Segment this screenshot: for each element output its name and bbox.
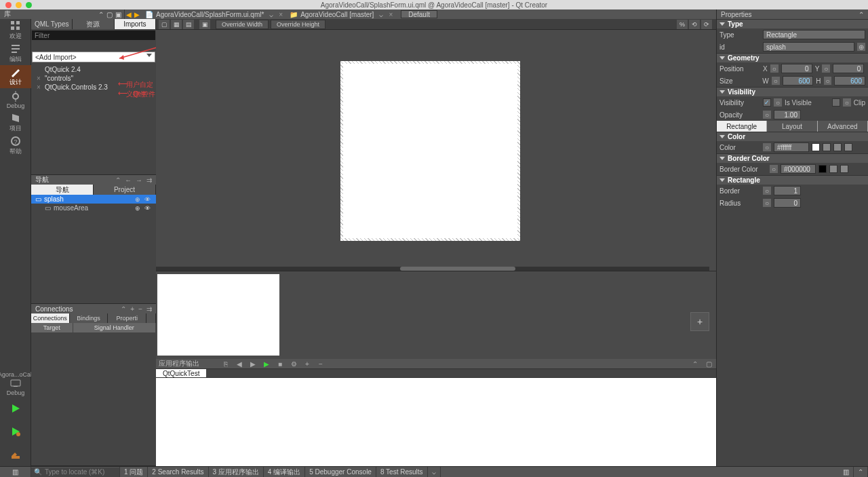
size-w-input[interactable]: 600 bbox=[783, 76, 814, 85]
status-test-results[interactable]: 8 Test Results bbox=[376, 467, 428, 477]
toolbar-select-icon[interactable]: ▢ bbox=[159, 20, 170, 29]
nav-left-icon[interactable]: ← bbox=[125, 176, 132, 184]
toolbar-reset-icon[interactable]: ⟲ bbox=[689, 20, 700, 29]
section-visibility[interactable]: Visibility bbox=[717, 87, 868, 96]
color-mode-icon[interactable] bbox=[844, 143, 852, 151]
color-mode-icon[interactable] bbox=[840, 165, 848, 173]
output-run-icon[interactable]: ▶ bbox=[262, 360, 271, 368]
tab-navigator[interactable]: 导航 bbox=[31, 185, 94, 195]
radius-input[interactable]: 0 bbox=[774, 198, 801, 208]
status-app-output[interactable]: 3 应用程序输出 bbox=[209, 467, 264, 477]
output-stop-icon[interactable]: ■ bbox=[275, 360, 285, 368]
state-base[interactable] bbox=[157, 274, 279, 356]
kit-selector[interactable]: Default bbox=[401, 10, 437, 18]
output-prev-icon[interactable]: ◀ bbox=[235, 360, 244, 368]
close-file-icon[interactable]: × bbox=[276, 11, 285, 18]
output-close-icon[interactable]: ▢ bbox=[704, 360, 713, 368]
repo-crumb[interactable]: AgoraVideoCall [master] bbox=[298, 11, 376, 18]
section-rectangle[interactable]: Rectangle bbox=[717, 175, 868, 185]
nav-forward-icon[interactable]: ▶ bbox=[133, 11, 141, 18]
column-signal-handler[interactable]: Signal Handler bbox=[73, 323, 156, 332]
file-crumb[interactable]: AgoraVideoCall/SplashForm.ui.qml* bbox=[153, 11, 267, 18]
id-field[interactable]: splash bbox=[763, 42, 854, 52]
ptab-advanced[interactable]: Advanced bbox=[818, 121, 868, 132]
tab-more[interactable] bbox=[146, 313, 156, 323]
library-split2-icon[interactable]: ▣ bbox=[115, 11, 121, 18]
bind-icon[interactable]: ○ bbox=[763, 111, 771, 119]
close-window-icon[interactable] bbox=[5, 2, 12, 8]
design-canvas[interactable] bbox=[156, 30, 716, 271]
tab-properties[interactable]: Properti bbox=[108, 313, 146, 323]
export-toggle-icon[interactable]: ⊕ bbox=[135, 205, 140, 212]
remove-connection-icon[interactable]: − bbox=[138, 305, 142, 313]
add-connection-icon[interactable]: + bbox=[130, 305, 134, 313]
connections-filter-icon[interactable]: ⇉ bbox=[146, 305, 152, 313]
section-type[interactable]: Type bbox=[717, 19, 868, 28]
output-add-icon[interactable]: + bbox=[302, 360, 312, 368]
mode-help[interactable]: ? 帮助 bbox=[0, 134, 31, 157]
repo-dropdown-icon[interactable]: ⌵ bbox=[376, 11, 386, 18]
bind-icon[interactable]: ○ bbox=[774, 98, 782, 107]
bind-icon[interactable]: ○ bbox=[763, 143, 771, 151]
visibility-toggle-icon[interactable]: 👁 bbox=[144, 205, 151, 212]
section-geometry[interactable]: Geometry bbox=[717, 53, 868, 62]
override-width-button[interactable]: Override Width bbox=[216, 20, 269, 29]
status-menu-icon[interactable]: ⌵ bbox=[428, 467, 441, 477]
pos-y-input[interactable]: 0 bbox=[833, 64, 864, 73]
nav-filter-icon[interactable]: ⇉ bbox=[146, 176, 152, 184]
bind-icon[interactable]: ○ bbox=[763, 199, 771, 207]
color-mode-icon[interactable] bbox=[833, 143, 842, 151]
toolbar-bounds-icon[interactable]: ▣ bbox=[199, 20, 210, 29]
output-remove-icon[interactable]: − bbox=[316, 360, 326, 368]
tab-connections[interactable]: Connections bbox=[31, 313, 70, 323]
library-filter-input[interactable]: Filter bbox=[32, 31, 155, 40]
status-search-results[interactable]: 2 Search Results bbox=[148, 467, 208, 477]
bind-icon[interactable]: ○ bbox=[763, 187, 771, 195]
close-output-icon[interactable]: ⌃ bbox=[854, 467, 868, 477]
section-border-color[interactable]: Border Color bbox=[717, 153, 868, 163]
visibility-toggle-icon[interactable]: 👁 bbox=[144, 196, 151, 203]
remove-import-icon[interactable]: × bbox=[35, 83, 42, 91]
mode-design[interactable]: 设计 bbox=[0, 65, 31, 88]
tab-qml-types[interactable]: QML Types bbox=[31, 19, 73, 29]
bind-icon[interactable]: ○ bbox=[824, 77, 832, 85]
toolbar-anchors-icon[interactable]: ▦ bbox=[171, 20, 182, 29]
nav-right-icon[interactable]: → bbox=[136, 176, 142, 184]
tab-project[interactable]: Project bbox=[94, 185, 156, 195]
ptab-layout[interactable]: Layout bbox=[767, 121, 817, 132]
status-issues[interactable]: 1 问题 bbox=[120, 467, 148, 477]
bind-icon[interactable]: ○ bbox=[843, 98, 851, 107]
close-repo-icon[interactable]: × bbox=[386, 11, 395, 18]
mode-welcome[interactable]: 欢迎 bbox=[0, 19, 31, 42]
tab-resources[interactable]: 资源 bbox=[73, 19, 114, 29]
run-debug-button[interactable] bbox=[0, 420, 31, 443]
mode-debug[interactable]: Debug bbox=[0, 88, 31, 111]
add-state-button[interactable]: + bbox=[690, 312, 709, 331]
zoom-window-icon[interactable] bbox=[26, 2, 32, 8]
output-next-icon[interactable]: ▶ bbox=[248, 360, 258, 368]
color-swatch[interactable] bbox=[812, 143, 820, 151]
target-selector[interactable]: Agora...oCall Debug bbox=[0, 370, 31, 397]
properties-popup-icon[interactable]: ⌃ bbox=[859, 11, 864, 18]
connections-menu-icon[interactable]: ⌃ bbox=[121, 305, 126, 313]
is-visible-checkbox[interactable]: ✓ bbox=[763, 98, 771, 107]
size-h-input[interactable]: 600 bbox=[834, 76, 865, 85]
output-tab-qtquicktest[interactable]: QtQuickTest bbox=[156, 369, 206, 377]
output-settings-icon[interactable]: ⚙ bbox=[289, 360, 298, 368]
export-toggle-icon[interactable]: ⊕ bbox=[135, 196, 140, 203]
toggle-right-sidebar-icon[interactable]: ▥ bbox=[839, 467, 854, 477]
border-color-input[interactable]: #000000 bbox=[781, 164, 816, 174]
navigator-item-splash[interactable]: ▭ splash ⊕👁 bbox=[31, 195, 156, 204]
section-color[interactable]: Color bbox=[717, 132, 868, 141]
color-mode-icon[interactable] bbox=[829, 165, 837, 173]
color-mode-icon[interactable] bbox=[823, 143, 831, 151]
opacity-input[interactable]: 1.00 bbox=[774, 110, 801, 119]
toggle-sidebar-icon[interactable]: ▥ bbox=[0, 467, 31, 477]
color-input[interactable]: #ffffff bbox=[774, 142, 809, 152]
bind-icon[interactable]: ○ bbox=[770, 165, 778, 173]
add-import-dropdown[interactable]: <Add Import> bbox=[32, 52, 155, 62]
column-target[interactable]: Target bbox=[31, 323, 73, 332]
bind-icon[interactable]: ○ bbox=[772, 77, 780, 85]
tab-bindings[interactable]: Bindings bbox=[70, 313, 108, 323]
minimize-window-icon[interactable] bbox=[16, 2, 22, 8]
